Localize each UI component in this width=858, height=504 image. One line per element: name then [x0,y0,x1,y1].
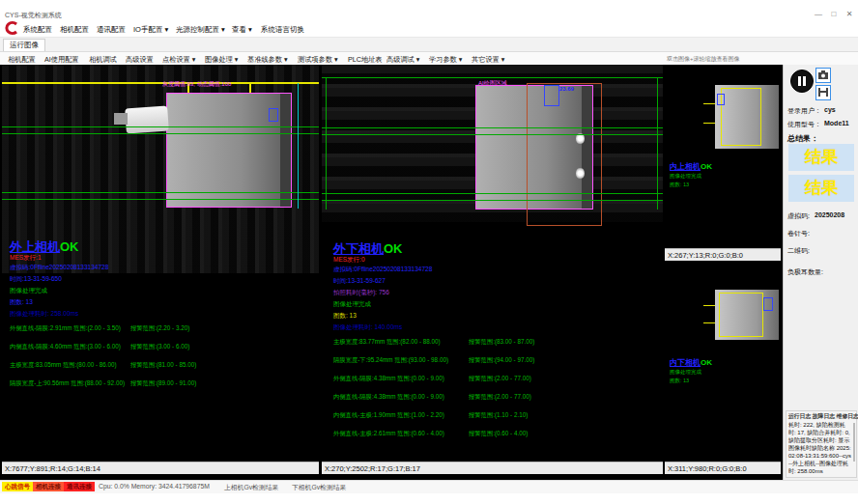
center-elapsed-line: 图像处理耗时: 140.00ms [333,323,402,332]
measurement-alarm: 报警范围:(89.00 - 91.00) [130,379,196,388]
toolbar-plc-table[interactable]: PLC地址表 [348,55,383,65]
center-time-line: 时间:13-31-59-627 [333,277,386,286]
left-overlay-yellow-line [2,82,319,84]
log-text: 耗时: 222, 缺陷检测耗时: 17, 缺陷合并耗时: 0, 缺陷提取分区耗时… [788,421,852,475]
menu-item-view[interactable]: 查看 ▾ [232,25,252,35]
measurement-alarm: 报警范围:(83.00 - 87.00) [469,338,534,347]
log-tab-fault[interactable]: 故障日志 [813,413,835,419]
center-left-guide [326,77,327,210]
inner-top-camera-view[interactable]: 内上相机OK 图像处理完成 图数: 13 X:267;Y:13;R:0;G:0;… [665,65,781,261]
center-orange-roi-box [527,83,602,226]
left-mes-line: MES发行:1 [10,254,42,263]
left-probe [125,105,169,133]
model-label: 使用型号： [787,120,821,129]
left-baseline [2,192,319,193]
left-barcode-line: 虚拟码:0Ffline20250208133134728 [10,264,108,272]
login-user-label: 登录用户： [787,106,821,116]
center-baseline [322,127,663,128]
center-baseline [322,200,663,201]
menu-item-camera[interactable]: 相机配置 [60,25,89,35]
menu-item-system[interactable]: 系统配置 [23,25,52,35]
left-baseline [2,133,319,134]
toolbar-ai-config[interactable]: AI使用配置 [44,55,79,65]
maximize-button[interactable]: □ [827,9,841,19]
measurement-value: 隔膜宽度-上:90.56mm 范围:(88.00 - 92.00) [10,379,125,388]
toolbar-spot-check[interactable]: 点检设置 ▾ [162,55,195,65]
inner-top-tick [703,123,715,124]
measurement-value: 主极宽度:83.05mm 范围:(80.00 - 86.00) [10,361,117,370]
upper-camera-result-status: 上相机Gv检测结果 [224,483,278,492]
tab-run-image[interactable]: 运行图像 [3,39,45,51]
center-blue-roi-box [544,85,559,106]
menu-bar: 系统配置 相机配置 通讯配置 IO手配置 ▾ 光源控制配置 ▾ 查看 ▾ 系统语… [0,21,858,38]
center-frames-line: 图数: 13 [333,312,357,321]
model-value: Mode11 [824,120,849,126]
left-pixel-coords: X:7677;Y:891;R:14;G:14;B:14 [2,462,319,474]
tab-count-label: 负极耳数量: [787,267,823,277]
qr-code-label: 二维码: [787,246,810,256]
inner-bottom-tick [703,322,715,323]
app-window: CYS-视觉检测系统 — □ ✕ 系统配置 相机配置 通讯配置 IO手配置 ▾ … [0,0,858,504]
comm-status-chip: 通讯连接 [64,482,95,491]
measurement-alarm: 报警范围:(1.10 - 2.10) [469,411,528,420]
measurement-value: 外侧直线-主极:2.61mm 范围:(0.60 - 4.00) [333,430,444,438]
measurement-alarm: 报警范围:(0.60 - 4.00) [469,430,528,438]
toolbar-test-params[interactable]: 测试项参数 ▾ [298,55,338,65]
center-camera-view[interactable]: 23.69 AI绘图区域 外下相机OK MES发行:0 虚拟码:0Ffline2… [322,65,663,474]
toolbar-adv-debug[interactable]: 高级调试 ▾ [386,55,419,65]
toolbar-image-process[interactable]: 图像处理 ▾ [205,55,238,65]
measurement-alarm: 报警范围:(3.00 - 6.00) [130,343,189,351]
center-baseline [322,193,663,194]
center-baseline [322,134,663,135]
inner-bottom-done: 图像处理完成 [670,369,701,376]
toolbar-learn-params[interactable]: 学习参数 ▾ [429,55,462,65]
save-image-button[interactable] [815,85,831,100]
menu-item-light[interactable]: 光源控制配置 ▾ [176,25,225,35]
left-camera-view[interactable]: 灰度阈值:93, 动态阈值:100 外上相机OK MES发行:1 虚拟码:0Ff… [2,65,319,474]
log-tab-service[interactable]: 维修日志 [837,413,858,419]
left-frames-line: 图数: 13 [10,298,33,307]
inner-top-yellow-roi [721,88,761,146]
status-bar: 心跳信号 相机连接 通讯连接 Cpu: 0.0% Memory: 3424.41… [0,480,858,493]
center-roi-value: 23.69 [559,86,574,92]
menu-item-comm[interactable]: 通讯配置 [97,25,126,35]
measurement-value: 外侧直线-隔膜:4.38mm 范围:(0.00 - 9.00) [333,375,444,383]
close-button[interactable]: ✕ [843,9,856,19]
inner-top-blue-roi [717,94,725,105]
menu-item-io[interactable]: IO手配置 ▾ [133,25,168,35]
heartbeat-status-chip: 心跳信号 [2,482,33,491]
center-right-guide [657,77,658,210]
toolbar-baseline-params[interactable]: 基准线参数 ▾ [247,55,288,65]
measurement-value: 主极宽度:83.77mm 范围:(82.00 - 88.00) [333,338,441,347]
minimize-button[interactable]: — [812,9,825,19]
left-time-line: 时间:13-31-59-650 [10,275,62,284]
log-scrollbar[interactable] [853,423,855,462]
camera-status-chip: 相机连接 [33,482,64,491]
measurement-value: 内侧直线-隔膜:4.38mm 范围:(0.00 - 9.00) [333,393,444,402]
inner-bottom-camera-view[interactable]: 内下相机OK 图像处理完成 图数: 13 X:311;Y:980;R:0;G:0… [665,263,781,474]
toolbar: 相机配置 AI使用配置 相机调试 高级设置 点检设置 ▾ 图像处理 ▾ 基准线参… [0,52,858,66]
inner-bottom-pixel-coords: X:311;Y:980;R:0;G:0;B:0 [665,462,781,474]
inner-bottom-frames: 图数: 13 [670,378,689,384]
left-probe-tip [114,113,128,125]
measurement-alarm: 报警范围:(94.00 - 97.00) [469,356,534,365]
window-title: CYS-视觉检测系统 [5,11,62,20]
barcode-value: 20250208 [815,211,844,218]
center-done-line: 图像处理完成 [333,300,371,309]
control-panel: 登录用户： cys 使用型号： Mode11 总结果： 结果 结果 虚拟码: 2… [783,65,858,480]
left-blue-roi-box [269,108,278,122]
measurement-alarm: 报警范围:(81.00 - 85.00) [130,361,196,370]
pin-number-label: 卷针号: [787,229,810,238]
log-tab-run[interactable]: 运行日志 [788,413,811,419]
toolbar-other-settings[interactable]: 其它设置 ▾ [472,55,504,65]
pause-button[interactable] [790,70,814,93]
left-elapsed-line: 图像处理耗时: 258.00ms [10,310,78,319]
toolbar-camera-config[interactable]: 相机配置 [8,55,36,65]
toolbar-advanced-set[interactable]: 高级设置 [126,55,154,65]
barcode-label: 虚拟码: [787,211,810,221]
toolbar-camera-debug[interactable]: 相机调试 [89,55,117,65]
left-cyan-line [298,83,299,209]
log-area[interactable]: 运行日志 故障日志 维修日志 耗时: 222, 缺陷检测耗时: 17, 缺陷合并… [786,410,857,478]
menu-item-language[interactable]: 系统语言切换 [261,25,304,35]
grab-image-button[interactable] [815,68,831,83]
